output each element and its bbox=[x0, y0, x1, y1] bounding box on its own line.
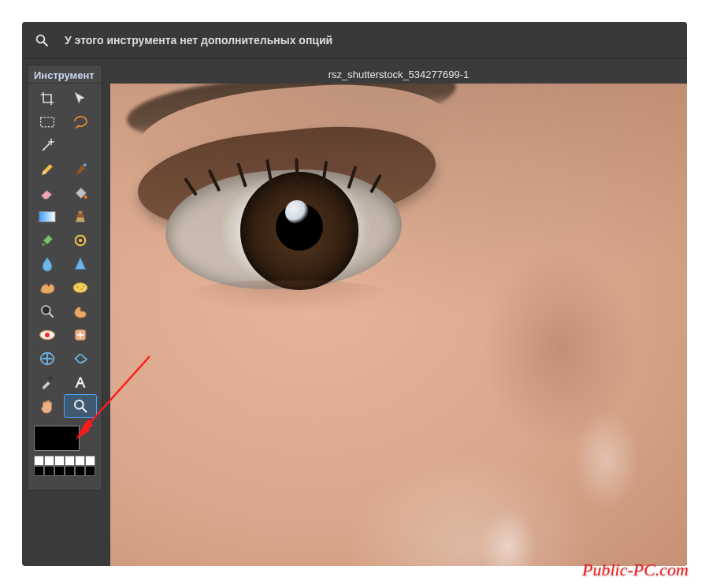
svg-point-4 bbox=[50, 140, 52, 143]
svg-line-18 bbox=[50, 314, 54, 318]
eraser-tool[interactable] bbox=[31, 181, 64, 205]
svg-point-10 bbox=[42, 243, 46, 247]
options-bar: У этого инструмента нет дополнительных о… bbox=[22, 22, 687, 59]
svg-rect-23 bbox=[80, 332, 81, 338]
swatch-palette[interactable] bbox=[34, 456, 95, 476]
editor-window: У этого инструмента нет дополнительных о… bbox=[22, 22, 687, 566]
svg-point-14 bbox=[76, 286, 78, 288]
screenshot-stage: У этого инструмента нет дополнительных о… bbox=[0, 0, 709, 588]
document-tab-bar: rsz_shutterstock_534277699-1 bbox=[110, 65, 687, 84]
lasso-select-tool[interactable] bbox=[64, 110, 97, 134]
options-bar-message: У этого инструмента нет дополнительных о… bbox=[65, 34, 332, 47]
svg-point-6 bbox=[84, 195, 87, 199]
move-tool[interactable] bbox=[64, 87, 97, 110]
pencil-tool[interactable] bbox=[31, 158, 64, 181]
workspace: Инструмент bbox=[22, 58, 687, 566]
svg-line-27 bbox=[83, 408, 87, 412]
tool-spacer bbox=[64, 134, 97, 158]
document-tab-title[interactable]: rsz_shutterstock_534277699-1 bbox=[329, 69, 470, 80]
color-replace-tool[interactable] bbox=[31, 229, 64, 252]
zoom-icon bbox=[33, 32, 50, 49]
svg-point-20 bbox=[45, 333, 50, 337]
svg-point-12 bbox=[79, 239, 82, 242]
spot-heal-tool[interactable] bbox=[64, 323, 97, 347]
tools-grid bbox=[28, 84, 102, 421]
bloat-tool[interactable] bbox=[31, 347, 64, 370]
image-content bbox=[110, 84, 687, 566]
tools-panel: Инструмент bbox=[27, 65, 102, 491]
clone-stamp-tool[interactable] bbox=[64, 205, 97, 229]
colorpicker-tool[interactable] bbox=[31, 370, 64, 394]
drawing-tool[interactable] bbox=[64, 229, 97, 252]
burn-tool[interactable] bbox=[64, 300, 97, 323]
svg-point-16 bbox=[83, 285, 84, 287]
svg-rect-25 bbox=[48, 375, 54, 381]
svg-rect-7 bbox=[39, 212, 55, 222]
tools-panel-title: Инструмент bbox=[28, 65, 102, 84]
document-area: rsz_shutterstock_534277699-1 bbox=[110, 65, 687, 566]
brush-tool[interactable] bbox=[64, 158, 97, 181]
svg-point-5 bbox=[84, 163, 87, 166]
red-eye-tool[interactable] bbox=[31, 323, 64, 347]
type-tool[interactable] bbox=[64, 370, 97, 394]
blur-tool[interactable] bbox=[31, 252, 64, 276]
canvas[interactable] bbox=[110, 84, 687, 566]
dodge-tool[interactable] bbox=[31, 300, 64, 323]
crop-tool[interactable] bbox=[31, 87, 64, 110]
color-swatches bbox=[34, 426, 95, 476]
sponge-tool[interactable] bbox=[64, 276, 97, 300]
pinch-tool[interactable] bbox=[64, 347, 97, 370]
gradient-tool[interactable] bbox=[31, 205, 64, 229]
svg-rect-2 bbox=[41, 117, 54, 127]
hand-tool[interactable] bbox=[31, 394, 64, 418]
smudge-tool[interactable] bbox=[31, 276, 64, 300]
svg-rect-9 bbox=[76, 215, 84, 218]
svg-line-1 bbox=[43, 42, 47, 46]
magic-wand-tool[interactable] bbox=[31, 134, 64, 158]
svg-point-15 bbox=[81, 288, 83, 290]
watermark-text: Public-PC.com bbox=[582, 560, 689, 580]
sharpen-tool[interactable] bbox=[64, 252, 97, 276]
marquee-select-tool[interactable] bbox=[31, 110, 64, 134]
svg-rect-8 bbox=[79, 211, 83, 215]
foreground-color-swatch[interactable] bbox=[34, 426, 80, 451]
paint-bucket-tool[interactable] bbox=[64, 181, 97, 205]
svg-point-13 bbox=[73, 283, 87, 292]
svg-line-3 bbox=[43, 143, 50, 151]
svg-point-17 bbox=[42, 306, 50, 314]
zoom-tool[interactable] bbox=[64, 394, 97, 418]
